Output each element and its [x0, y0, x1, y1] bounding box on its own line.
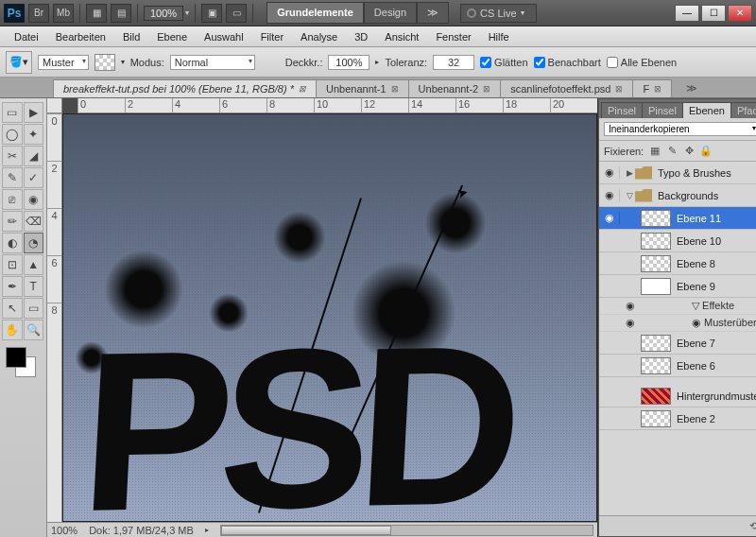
layer-blend-mode-select[interactable]: Ineinanderkopieren	[604, 122, 756, 136]
tolerance-input[interactable]: 32	[433, 55, 474, 70]
menu-ansicht[interactable]: Ansicht	[376, 28, 427, 45]
cs-live-button[interactable]: CS Live▾	[460, 4, 537, 23]
tool-button[interactable]: ▲	[24, 254, 44, 275]
workspace-grundelemente[interactable]: Grundelemente	[266, 2, 364, 24]
contiguous-checkbox[interactable]: Benachbart	[534, 57, 601, 68]
tab-close-icon[interactable]: ⊠	[654, 84, 662, 94]
lock-icons[interactable]: ▦✎✥🔒	[648, 145, 713, 157]
view-extras-icon[interactable]: ▦	[86, 4, 107, 23]
menu-3d[interactable]: 3D	[346, 28, 376, 45]
document-canvas[interactable]: PSD	[62, 113, 597, 522]
tabs-overflow[interactable]: ≫	[680, 79, 703, 97]
panel-tab-pinsel[interactable]: Pinsel	[642, 102, 683, 118]
opacity-input[interactable]: 100%	[328, 55, 369, 70]
horizontal-scrollbar[interactable]	[220, 525, 593, 536]
tool-button[interactable]: ✦	[24, 124, 44, 145]
pattern-swatch[interactable]	[94, 54, 115, 71]
status-doc-size[interactable]: Dok: 1,97 MB/24,3 MB	[89, 525, 194, 536]
menu-datei[interactable]: Datei	[6, 28, 47, 45]
menu-hilfe[interactable]: Hilfe	[480, 28, 518, 45]
maximize-button[interactable]: ☐	[701, 5, 726, 22]
tool-button[interactable]: ◐	[2, 233, 23, 253]
close-button[interactable]: ✕	[728, 5, 752, 22]
panel-tab-ebenen[interactable]: Ebenen	[682, 102, 731, 118]
workspace-more[interactable]: ≫	[417, 2, 449, 24]
panel-action-icon[interactable]: ⟲	[749, 520, 756, 532]
tab-close-icon[interactable]: ⊠	[299, 84, 306, 94]
menu-fenster[interactable]: Fenster	[427, 28, 479, 45]
menu-bild[interactable]: Bild	[114, 28, 148, 45]
tool-button[interactable]: ◯	[2, 124, 23, 145]
workspace-design[interactable]: Design	[364, 2, 417, 24]
tool-button[interactable]: ◢	[24, 146, 44, 166]
document-tab[interactable]: F⊠	[632, 79, 672, 97]
tool-button[interactable]: 🔍	[24, 320, 44, 340]
tool-button[interactable]: ⎚	[2, 189, 23, 210]
tab-close-icon[interactable]: ⊠	[483, 84, 490, 94]
vertical-ruler: 02468	[47, 113, 62, 522]
antialias-checkbox[interactable]: Glätten	[480, 57, 527, 68]
document-tab[interactable]: Unbenannt-2⊠	[408, 79, 502, 97]
layer-row[interactable]: Ebene 7	[599, 332, 756, 355]
arrange-icon[interactable]: ▣	[201, 4, 222, 23]
layer-row[interactable]: Ebene 6	[599, 355, 756, 377]
document-tab[interactable]: scanlinefotoeffekt.psd⊠	[500, 79, 633, 97]
menu-filter[interactable]: Filter	[252, 28, 292, 45]
document-tab[interactable]: Unbenannt-1⊠	[316, 79, 409, 97]
bridge-icon[interactable]: Br	[28, 4, 49, 23]
tool-button[interactable]: ✂	[2, 146, 23, 166]
blend-mode-select[interactable]: Normal	[170, 55, 255, 70]
visibility-icon[interactable]: ◉	[620, 300, 641, 312]
layer-effect[interactable]: ◉▽ Effekte	[599, 298, 756, 315]
visibility-icon[interactable]: ◉	[599, 212, 620, 224]
tool-button[interactable]: ✓	[24, 167, 44, 188]
visibility-icon[interactable]: ◉	[599, 166, 620, 179]
status-zoom[interactable]: 100%	[51, 525, 77, 536]
tool-button[interactable]: ✋	[2, 320, 23, 340]
tool-button[interactable]: ▶	[24, 102, 44, 123]
layer-row[interactable]: Hintergrundmuster	[599, 385, 756, 407]
layer-row[interactable]: Ebene 8	[599, 252, 756, 275]
fill-type-select[interactable]: Muster	[38, 55, 89, 70]
panel-tab-pinsel[interactable]: Pinsel	[601, 102, 643, 118]
menu-auswahl[interactable]: Auswahl	[196, 28, 252, 45]
menu-ebene[interactable]: Ebene	[148, 28, 196, 45]
minimize-button[interactable]: —	[675, 5, 699, 22]
menu-bearbeiten[interactable]: Bearbeiten	[47, 28, 114, 45]
zoom-level[interactable]: 100%▾	[144, 6, 189, 21]
tool-button[interactable]: ◉	[24, 189, 44, 210]
layer-effect[interactable]: ◉◉ Musterüberlagerung	[599, 315, 756, 332]
visibility-icon[interactable]: ◉	[599, 189, 620, 201]
menu-analyse[interactable]: Analyse	[292, 28, 346, 45]
document-tab[interactable]: breakeffekt-tut.psd bei 100% (Ebene 11, …	[53, 79, 317, 97]
minibridge-icon[interactable]: Mb	[53, 4, 74, 23]
tool-button[interactable]: ✒	[2, 276, 23, 297]
tool-button[interactable]: ✏	[2, 211, 23, 232]
view-grid-icon[interactable]: ▤	[111, 4, 131, 23]
layer-list[interactable]: ◉▶Typo & Brushes◉▽Backgrounds◉Ebene 11Eb…	[599, 162, 756, 515]
tool-button[interactable]: ▭	[2, 102, 23, 123]
layer-row[interactable]: Ebene 2	[599, 407, 756, 430]
panel-tabs: PinselPinselEbenenPfadeKorreKopie▸▸ ▾≡	[599, 99, 756, 118]
tool-button[interactable]: ↖	[2, 298, 23, 319]
tab-close-icon[interactable]: ⊠	[615, 84, 623, 94]
tool-button[interactable]: ✎	[2, 167, 23, 188]
tool-button[interactable]: ⌫	[24, 211, 44, 232]
layer-row[interactable]: ◉▶Typo & Brushes	[599, 162, 756, 184]
all-layers-checkbox[interactable]: Alle Ebenen	[607, 57, 677, 68]
title-bar: Ps Br Mb ▦ ▤ 100%▾ ▣ ▭ Grundelemente Des…	[0, 0, 756, 26]
tool-button[interactable]: ▭	[24, 298, 44, 319]
tool-button[interactable]: ◔	[24, 233, 44, 253]
layer-row[interactable]: Ebene 9fx ▾	[599, 275, 756, 298]
current-tool-icon[interactable]: 🪣▾	[6, 51, 32, 74]
tab-close-icon[interactable]: ⊠	[391, 84, 399, 94]
visibility-icon[interactable]: ◉	[620, 317, 641, 329]
fg-color-swatch[interactable]	[6, 347, 26, 368]
tool-button[interactable]: ⊡	[2, 254, 23, 275]
layer-row[interactable]: ◉Ebene 11	[599, 207, 756, 230]
panel-tab-pfade[interactable]: Pfade	[730, 102, 756, 118]
layer-row[interactable]: Ebene 10	[599, 230, 756, 252]
screenmode-icon[interactable]: ▭	[226, 4, 247, 23]
tool-button[interactable]: T	[24, 276, 44, 297]
layer-row[interactable]: ◉▽Backgrounds	[599, 184, 756, 207]
